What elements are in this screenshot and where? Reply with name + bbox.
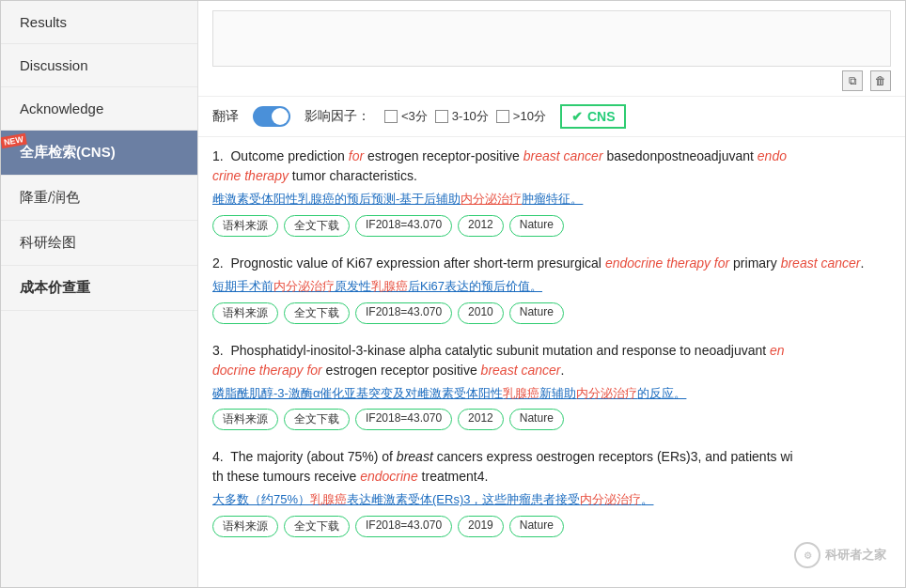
tag-if-2[interactable]: IF2018=43.070 [355, 302, 452, 324]
result-tags-2: 语料来源 全文下载 IF2018=43.070 2010 Nature [212, 302, 891, 324]
result-tags-3: 语料来源 全文下载 IF2018=43.070 2012 Nature [212, 409, 891, 430]
tag-nature-3[interactable]: Nature [509, 409, 564, 430]
sidebar-item-label: 降重/润色 [20, 189, 80, 205]
filter-more10-label: >10分 [513, 108, 546, 125]
filter-3-10[interactable]: 3-10分 [435, 108, 489, 125]
result-item-2: 2. Prognostic value of Ki67 expression a… [212, 254, 891, 324]
copy-icon: ⧉ [849, 74, 857, 87]
sidebar-item-discussion[interactable]: Discussion [1, 44, 197, 87]
sidebar-item-label: Acknowledge [20, 101, 103, 116]
result-item-3: 3. Phosphatidyl-inositol-3-kinase alpha … [212, 341, 891, 431]
result-item-1: 1. Outcome prediction for estrogen recep… [212, 147, 891, 237]
result-chinese-3: 磷脂酰肌醇-3-激酶α催化亚基突变及对雌激素受体阳性乳腺癌新辅助内分泌治疗的反应… [212, 384, 891, 404]
filter-bar: 翻译 影响因子： <3分 3-10分 >10分 ✔ [198, 97, 905, 137]
filter-less3-label: <3分 [401, 108, 428, 125]
tag-nature-2[interactable]: Nature [509, 302, 564, 324]
cns-checkmark-icon: ✔ [571, 109, 583, 124]
result-item-4: 4. The majority (about 75%) of breast ca… [212, 447, 891, 537]
result-title-4: 4. The majority (about 75%) of breast ca… [212, 447, 891, 487]
sidebar-item-acknowledge[interactable]: Acknowledge [1, 87, 197, 131]
sidebar: Results Discussion Acknowledge NEW 全库检索(… [1, 1, 198, 587]
sidebar-item-label: 全库检索(CNS) [20, 144, 116, 160]
result-index-1: 1. [212, 148, 227, 163]
tag-year-1[interactable]: 2012 [458, 215, 504, 237]
tag-fulltext-1[interactable]: 全文下载 [284, 215, 350, 237]
sidebar-item-reduce[interactable]: 降重/润色 [1, 176, 197, 221]
tag-if-1[interactable]: IF2018=43.070 [355, 215, 452, 237]
result-tags-1: 语料来源 全文下载 IF2018=43.070 2012 Nature [212, 215, 891, 237]
sidebar-item-label: Discussion [20, 57, 88, 73]
result-chinese-1: 雌激素受体阳性乳腺癌的预后预测-基于后辅助内分泌治疗肿瘤特征。 [212, 190, 891, 209]
sidebar-item-fullsearch[interactable]: NEW 全库检索(CNS) [1, 131, 197, 176]
checkbox-less3[interactable] [384, 110, 398, 123]
result-tags-4: 语料来源 全文下载 IF2018=43.070 2019 Nature [212, 516, 891, 537]
result-chinese-2: 短期手术前内分泌治疗原发性乳腺癌后Ki67表达的预后价值。 [212, 277, 891, 297]
sidebar-item-results[interactable]: Results [1, 1, 197, 44]
copy-icon-button[interactable]: ⧉ [842, 70, 863, 91]
translate-toggle[interactable] [253, 106, 290, 127]
sidebar-item-label: 成本价查重 [20, 279, 90, 295]
tag-if-3[interactable]: IF2018=43.070 [355, 409, 452, 430]
filter-3-10-label: 3-10分 [452, 108, 489, 125]
tag-year-3[interactable]: 2012 [458, 409, 504, 430]
filter-more10[interactable]: >10分 [496, 108, 546, 125]
tag-source-1[interactable]: 语料来源 [212, 215, 278, 237]
delete-icon-button[interactable]: 🗑 [870, 70, 891, 91]
result-index-3: 3. [212, 343, 227, 358]
textarea-area: ⧉ 🗑 [198, 1, 905, 97]
tag-year-2[interactable]: 2010 [458, 302, 504, 324]
result-index-4: 4. [212, 449, 227, 464]
result-title-1: 1. Outcome prediction for estrogen recep… [212, 147, 891, 186]
trash-icon: 🗑 [875, 74, 886, 87]
result-title-3: 3. Phosphatidyl-inositol-3-kinase alpha … [212, 341, 891, 380]
tag-fulltext-2[interactable]: 全文下载 [284, 302, 350, 324]
search-textarea[interactable] [212, 10, 891, 67]
sidebar-item-drawing[interactable]: 科研绘图 [1, 221, 197, 266]
cns-label: CNS [587, 109, 616, 124]
main-content: ⧉ 🗑 翻译 影响因子： <3分 3-10分 [198, 1, 905, 587]
cns-button[interactable]: ✔ CNS [560, 104, 627, 129]
tag-fulltext-3[interactable]: 全文下载 [284, 409, 350, 430]
result-title-2: 2. Prognostic value of Ki67 expression a… [212, 254, 891, 273]
toggle-knob [272, 108, 289, 125]
tag-fulltext-4[interactable]: 全文下载 [284, 516, 350, 537]
sidebar-item-cost[interactable]: 成本价查重 [1, 266, 197, 311]
if-label: 影响因子： [305, 108, 370, 125]
tag-source-3[interactable]: 语料来源 [212, 409, 278, 430]
tag-source-2[interactable]: 语料来源 [212, 302, 278, 324]
tag-nature-4[interactable]: Nature [509, 516, 564, 537]
tag-source-4[interactable]: 语料来源 [212, 516, 278, 537]
tag-nature-1[interactable]: Nature [509, 215, 564, 237]
translate-label: 翻译 [212, 108, 239, 125]
result-chinese-4: 大多数（约75%）乳腺癌表达雌激素受体(ERs)3，这些肿瘤患者接受内分泌治疗。 [212, 490, 891, 510]
filter-less3[interactable]: <3分 [384, 108, 428, 125]
sidebar-item-label: 科研绘图 [20, 234, 76, 250]
result-index-2: 2. [212, 255, 227, 271]
tag-year-4[interactable]: 2019 [458, 516, 504, 537]
if-filter-group: <3分 3-10分 >10分 [384, 108, 546, 125]
sidebar-item-label: Results [20, 14, 67, 30]
checkbox-3-10[interactable] [435, 110, 448, 123]
tag-if-4[interactable]: IF2018=43.070 [355, 516, 452, 537]
results-area[interactable]: 1. Outcome prediction for estrogen recep… [198, 137, 905, 587]
checkbox-more10[interactable] [496, 110, 509, 123]
app-container: Results Discussion Acknowledge NEW 全库检索(… [0, 0, 906, 588]
